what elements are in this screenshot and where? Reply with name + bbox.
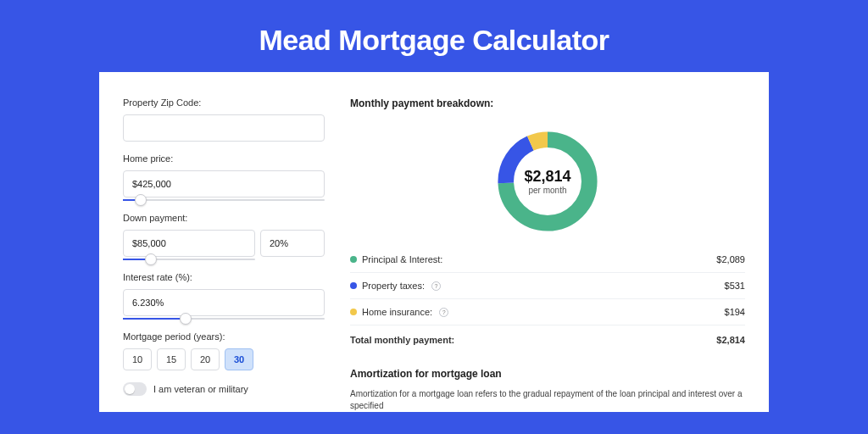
zip-field: Property Zip Code: [123,97,325,142]
donut-amount: $2,814 [524,168,570,186]
rate-slider[interactable] [123,318,325,320]
legend-value: $2,089 [716,254,745,264]
period-option-10[interactable]: 10 [123,348,152,370]
zip-input[interactable] [123,114,325,142]
down-amount-input[interactable] [123,230,255,257]
toggle-knob [125,384,135,394]
info-icon[interactable]: ? [431,281,441,291]
down-label: Down payment: [123,213,325,223]
down-slider[interactable] [123,259,255,260]
legend-label: Home insurance: [362,307,432,317]
down-percent-input[interactable] [260,230,325,257]
veteran-label: I am veteran or military [153,384,248,394]
down-field: Down payment: [123,213,325,260]
period-option-20[interactable]: 20 [191,348,220,370]
rate-label: Interest rate (%): [123,272,325,282]
info-icon[interactable]: ? [439,308,448,317]
rate-field: Interest rate (%): [123,272,325,320]
legend-label: Principal & Interest: [362,254,442,264]
legend-row-1: Property taxes:?$531 [350,273,745,299]
total-value: $2,814 [716,335,745,345]
veteran-row: I am veteran or military [123,382,325,396]
price-slider[interactable] [123,199,325,201]
legend-row-2: Home insurance:?$194 [350,299,745,326]
total-row: Total monthly payment: $2,814 [350,326,745,353]
donut-chart-area: $2,814 per month [350,118,745,247]
amortization-section: Amortization for mortgage loan Amortizat… [350,368,745,412]
price-field: Home price: [123,153,325,201]
legend-dot-icon [350,256,357,263]
legend-row-0: Principal & Interest:$2,089 [350,247,745,273]
donut-center: $2,814 per month [492,126,603,236]
period-field: Mortgage period (years): 10152030 [123,331,325,370]
legend-label: Property taxes: [362,281,425,291]
amort-heading: Amortization for mortgage loan [350,368,745,380]
legend-value: $194 [725,307,745,317]
price-input[interactable] [123,170,325,198]
period-options: 10152030 [123,348,325,370]
period-option-15[interactable]: 15 [157,348,186,370]
inputs-column: Property Zip Code: Home price: Down paym… [123,97,325,412]
legend: Principal & Interest:$2,089Property taxe… [350,247,745,326]
veteran-toggle[interactable] [123,382,147,396]
legend-dot-icon [350,309,357,315]
page-title: Mead Mortgage Calculator [0,0,868,72]
donut-sub: per month [528,186,566,195]
period-option-30[interactable]: 30 [225,348,253,370]
period-label: Mortgage period (years): [123,331,325,342]
legend-dot-icon [350,282,357,289]
rate-input[interactable] [123,289,325,316]
legend-value: $531 [725,281,745,291]
breakdown-heading: Monthly payment breakdown: [350,97,745,109]
zip-label: Property Zip Code: [123,97,325,108]
breakdown-column: Monthly payment breakdown: $2,814 per mo… [350,97,745,412]
amort-desc: Amortization for a mortgage loan refers … [350,388,745,412]
total-label: Total monthly payment: [350,335,454,345]
price-label: Home price: [123,153,325,164]
calculator-card: Property Zip Code: Home price: Down paym… [99,72,769,412]
